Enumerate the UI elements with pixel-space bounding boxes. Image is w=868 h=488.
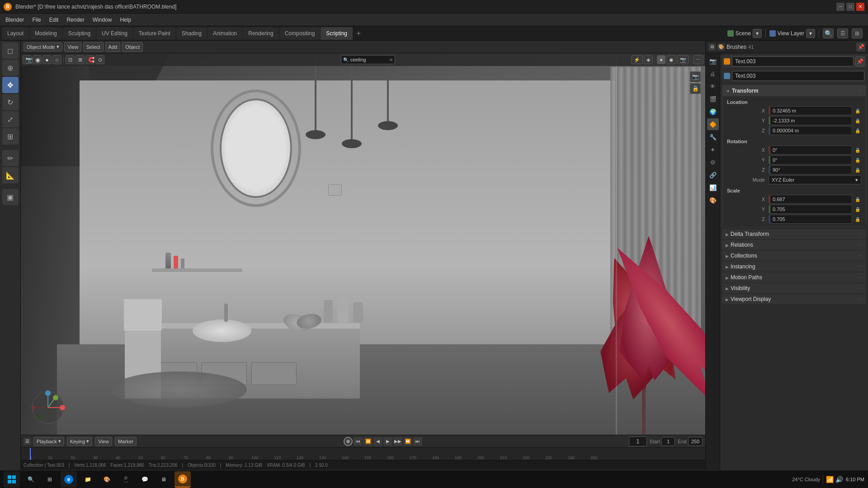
shading-rendered-btn[interactable]: 📷 <box>677 55 689 64</box>
menu-help[interactable]: Help <box>116 16 135 24</box>
paint-icon[interactable]: 🎨 <box>99 471 115 488</box>
viewport-denoising-btn[interactable]: ◈ <box>644 55 653 64</box>
rotation-z-lock[interactable]: 🔒 <box>854 166 861 174</box>
playback-dropdown[interactable]: Playback▾ <box>33 437 64 446</box>
props-icon-output[interactable]: 🖨 <box>707 68 719 80</box>
keying-dropdown[interactable]: Keying▾ <box>67 437 93 446</box>
location-x-lock[interactable]: 🔒 <box>854 107 861 114</box>
3d-viewport[interactable]: 📷 ◉ ● ○ ⊡ ⊞ 🧲 ⊙ 🔍 ceeling <box>21 53 705 435</box>
record-button[interactable] <box>344 437 353 446</box>
maximize-button[interactable]: □ <box>846 3 854 11</box>
back-frame-button[interactable]: ◀ <box>373 437 382 446</box>
props-icon-physics[interactable]: ⚙ <box>707 156 719 168</box>
taskbar-search-icon[interactable]: 🔍 <box>23 471 39 488</box>
rotation-y-lock[interactable]: 🔒 <box>854 156 861 164</box>
viewport-overlay-btn[interactable]: ⊡ <box>66 55 75 64</box>
props-icon-modifier[interactable]: 🔧 <box>707 131 719 143</box>
viewport-display-header[interactable]: Viewport Display ⋯ <box>722 294 866 304</box>
location-y-lock[interactable]: 🔒 <box>854 117 861 124</box>
add-workspace-button[interactable]: + <box>353 28 364 39</box>
viewport-search-input[interactable]: ceeling <box>350 57 366 62</box>
tab-rendering[interactable]: Rendering <box>243 27 278 40</box>
instancing-options[interactable]: ⋯ <box>858 264 863 270</box>
view-layer-dropdown[interactable]: ▾ <box>806 29 815 38</box>
annotate-tool-button[interactable]: ✏ <box>2 150 19 166</box>
relations-options[interactable]: ⋯ <box>858 242 863 248</box>
menu-file[interactable]: File <box>28 16 44 24</box>
props-icon-world[interactable]: 🌍 <box>707 106 719 117</box>
scale-z-lock[interactable]: 🔒 <box>854 216 861 223</box>
object-data-name-input[interactable]: Text.003 <box>732 71 864 81</box>
scale-x-field[interactable]: 0.687 <box>769 195 852 204</box>
tab-modeling[interactable]: Modeling <box>29 27 62 40</box>
add-cube-button[interactable]: ▣ <box>2 189 19 205</box>
options-btn[interactable]: ⋯ <box>693 55 703 64</box>
viewport-snap-btn[interactable]: 🧲 <box>85 55 94 64</box>
rotation-mode-dropdown[interactable]: XYZ Euler ▾ <box>769 175 861 184</box>
select-menu[interactable]: Select <box>83 42 104 52</box>
props-icon-render[interactable]: 📷 <box>707 55 719 67</box>
search-icon[interactable]: 🔍 <box>823 28 834 38</box>
collections-options[interactable]: ⋯ <box>858 253 863 259</box>
props-pin-icon[interactable]: 📌 <box>856 42 865 52</box>
end-frame-input[interactable]: 250 <box>688 437 703 446</box>
tab-sculpting[interactable]: Sculpting <box>63 27 96 40</box>
file-explorer-icon[interactable]: 📁 <box>80 471 96 488</box>
scale-z-field[interactable]: 0.705 <box>769 215 852 224</box>
menu-blender[interactable]: Blender <box>2 16 28 24</box>
relations-header[interactable]: Relations ⋯ <box>722 240 866 250</box>
view-btn[interactable]: View <box>95 437 112 446</box>
navigation-gizmo[interactable]: X Y Z <box>30 389 66 426</box>
object-menu[interactable]: Object <box>122 42 143 52</box>
viewport-search-close[interactable]: ✕ <box>389 57 393 62</box>
scene-dropdown[interactable]: ▾ <box>753 29 762 38</box>
props-panel-icon2[interactable]: 🎨 <box>717 43 725 51</box>
viewport-shading-wireframe[interactable]: ○ <box>52 55 61 64</box>
location-z-lock[interactable]: 🔒 <box>854 127 861 134</box>
collections-header[interactable]: Collections ⋯ <box>722 251 866 261</box>
location-x-field[interactable]: 0.32465 m <box>769 106 852 115</box>
delta-transform-header[interactable]: Delta Transform ⋯ <box>722 229 866 239</box>
transform-tool-button[interactable]: ⊞ <box>2 128 19 145</box>
view-menu[interactable]: View <box>64 42 81 52</box>
start-button[interactable] <box>4 471 20 488</box>
rotation-y-field[interactable]: 0° <box>769 155 852 164</box>
tab-uv-editing[interactable]: UV Editing <box>96 27 133 40</box>
tab-texture-paint[interactable]: Texture Paint <box>133 27 176 40</box>
weather-info[interactable]: 24°C Cloudy <box>792 477 820 482</box>
viewport-shading-material[interactable]: ◉ <box>33 55 42 64</box>
scale-tool-button[interactable]: ⤢ <box>2 111 19 127</box>
start-frame-input[interactable]: 1 <box>661 437 675 446</box>
object-name-input[interactable]: Text.003 <box>732 56 854 66</box>
location-y-field[interactable]: -2.1333 m <box>769 116 852 125</box>
task-view-icon[interactable]: ⊞ <box>42 471 58 488</box>
filter-icon[interactable]: ☰ <box>837 28 848 38</box>
add-menu[interactable]: Add <box>105 42 121 52</box>
viewport-proportional-btn[interactable]: ⊙ <box>95 55 104 64</box>
scale-y-field[interactable]: 0.705 <box>769 205 852 214</box>
tab-layout[interactable]: Layout <box>2 27 29 40</box>
marker-btn[interactable]: Marker <box>115 437 137 446</box>
tab-scripting[interactable]: Scripting <box>321 27 353 40</box>
scale-y-lock[interactable]: 🔒 <box>854 206 861 213</box>
layout-icon[interactable]: ⊞ <box>852 28 863 38</box>
shading-solid-btn[interactable]: ● <box>657 55 665 64</box>
rotation-z-field[interactable]: 90° <box>769 165 852 174</box>
tab-shading[interactable]: Shading <box>176 27 207 40</box>
timeline-menu-icon[interactable]: ☰ <box>24 438 31 445</box>
location-z-field[interactable]: 0.000004 m <box>769 126 852 135</box>
cursor-tool-button[interactable]: ⊕ <box>2 60 19 76</box>
rotate-tool-button[interactable]: ↻ <box>2 94 19 110</box>
play-button[interactable]: ▶ <box>383 437 392 446</box>
timeline-ruler[interactable]: 1 10 20 30 40 50 60 70 80 90 100 110 120… <box>21 448 705 460</box>
visibility-header[interactable]: Visibility ⋯ <box>722 283 866 293</box>
visibility-options[interactable]: ⋯ <box>858 286 863 291</box>
object-name-pin[interactable]: 📌 <box>855 56 864 66</box>
viewport-display-options[interactable]: ⋯ <box>858 296 863 302</box>
app-icon-3[interactable]: 🖥 <box>156 471 172 488</box>
step-forward-button[interactable]: ⏩ <box>403 437 412 446</box>
props-icon-constraints[interactable]: 🔗 <box>707 169 719 181</box>
app-icon-2[interactable]: 💬 <box>137 471 153 488</box>
viewport-shading-rendered[interactable]: 📷 <box>23 55 32 64</box>
object-mode-dropdown[interactable]: Object Mode ▾ <box>24 42 62 52</box>
